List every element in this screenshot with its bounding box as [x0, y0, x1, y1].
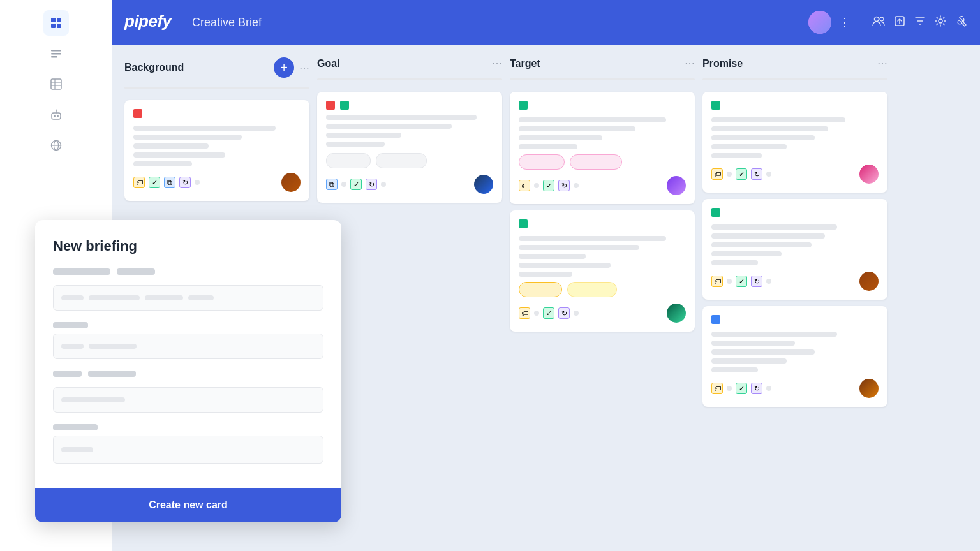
- card-tag: [519, 101, 528, 110]
- sidebar-item-list[interactable]: [43, 41, 69, 66]
- export-icon[interactable]: [893, 15, 906, 31]
- avatar: [667, 176, 686, 195]
- card-footer: 🏷 ✓ ↻: [711, 165, 879, 184]
- text-line: [519, 272, 572, 277]
- column-title-background: Background: [124, 62, 269, 73]
- badge: [326, 153, 371, 168]
- card-icons: ⧉ ✓ ↻: [326, 179, 386, 190]
- label-icon: 🏷: [133, 177, 145, 188]
- page-title: Creative Brief: [192, 16, 262, 29]
- avatar: [859, 165, 879, 184]
- text-line: [711, 233, 825, 239]
- cycle-icon: ↻: [751, 168, 762, 180]
- filter-icon[interactable]: [914, 15, 926, 31]
- cycle-icon: ↻: [558, 180, 570, 191]
- create-card-button[interactable]: Create new card: [35, 488, 341, 522]
- column-header-goal: Goal ⋯: [317, 57, 502, 70]
- text-line: [519, 236, 666, 241]
- svg-rect-6: [51, 56, 57, 58]
- field-label: [53, 424, 98, 430]
- wrench-icon[interactable]: [954, 15, 967, 31]
- text-line: [519, 254, 586, 259]
- field-label: [53, 322, 88, 328]
- table-row: 🏷 ✓ ↻: [510, 210, 695, 332]
- sidebar-item-grid[interactable]: [43, 10, 69, 36]
- card-footer: 🏷 ✓ ↻: [711, 379, 879, 398]
- form-input-2[interactable]: [53, 334, 323, 359]
- form-field-3: [53, 371, 323, 413]
- text-line: [711, 341, 795, 346]
- sidebar-item-globe[interactable]: [43, 133, 69, 158]
- column-menu-target[interactable]: ⋯: [685, 57, 695, 70]
- dot: [534, 183, 539, 188]
- text-line: [711, 135, 815, 140]
- label-icon: 🏷: [711, 276, 723, 287]
- fade-overlay: [317, 212, 502, 250]
- dot: [727, 386, 732, 391]
- column-title-goal: Goal: [317, 58, 487, 70]
- fade-overlay: [510, 341, 695, 366]
- form-field-1: [53, 268, 323, 311]
- briefing-title: New briefing: [53, 238, 323, 254]
- label-row-1: [53, 268, 323, 280]
- dot: [381, 182, 386, 187]
- table-row: 🏷 ✓ ↻: [702, 199, 887, 300]
- svg-point-14: [56, 110, 57, 111]
- column-title-promise: Promise: [702, 58, 872, 70]
- label-row-2: [53, 322, 323, 328]
- more-icon[interactable]: ⋮: [839, 15, 850, 29]
- field-label: [88, 371, 136, 377]
- card-icons: 🏷 ✓ ↻: [711, 168, 771, 180]
- text-line: [711, 153, 762, 158]
- svg-rect-7: [51, 79, 61, 89]
- column-underline-goal: [317, 78, 502, 80]
- users-icon[interactable]: [872, 14, 886, 31]
- text-line: [711, 117, 845, 122]
- text-line: [711, 358, 787, 364]
- form-input-3[interactable]: [53, 387, 323, 413]
- form-input-1[interactable]: [53, 285, 323, 311]
- card-icons: 🏷 ✓ ↻: [519, 307, 579, 319]
- add-card-button-background[interactable]: +: [274, 57, 294, 78]
- form-input-4[interactable]: [53, 436, 323, 464]
- card-icons: 🏷 ✓ ↻: [519, 180, 579, 191]
- check-icon: ✓: [736, 276, 747, 287]
- card-icons: 🏷 ✓ ↻: [711, 276, 771, 287]
- column-promise: Promise ⋯ 🏷 ✓ ↻: [702, 57, 887, 538]
- column-underline-promise: [702, 78, 887, 80]
- text-line: [133, 135, 242, 140]
- column-menu-goal[interactable]: ⋯: [492, 57, 502, 70]
- dot-icon: [195, 180, 200, 185]
- briefing-form: New briefing: [35, 220, 341, 488]
- app-header: pipefy Creative Brief ⋮: [112, 0, 980, 45]
- settings-icon[interactable]: [934, 15, 947, 31]
- check-icon: ✓: [149, 177, 160, 188]
- column-title-target: Target: [510, 58, 679, 70]
- svg-point-20: [880, 17, 884, 21]
- text-line: [519, 135, 602, 140]
- column-header-promise: Promise ⋯: [702, 57, 887, 70]
- text-line: [326, 124, 452, 129]
- column-menu-background[interactable]: ⋯: [299, 62, 309, 74]
- table-row: 🏷 ✓ ↻: [702, 306, 887, 407]
- check-icon: ✓: [543, 307, 554, 319]
- sidebar-item-table[interactable]: [43, 71, 69, 97]
- avatar[interactable]: [808, 11, 831, 34]
- table-row: 🏷 ✓ ⧉ ↻: [124, 100, 309, 201]
- label-icon: 🏷: [711, 168, 723, 180]
- sidebar-item-bot[interactable]: [43, 102, 69, 128]
- text-line: [711, 260, 758, 265]
- label-icon: 🏷: [711, 383, 723, 394]
- card-footer: 🏷 ✓ ⧉ ↻: [133, 173, 301, 192]
- table-row: ⧉ ✓ ↻: [317, 92, 502, 203]
- field-label: [117, 268, 155, 275]
- text-line: [711, 367, 758, 372]
- text-line: [326, 142, 385, 147]
- text-line: [519, 245, 639, 250]
- input-placeholder: [145, 295, 183, 300]
- card-tag: [711, 315, 720, 324]
- check-icon: ✓: [736, 168, 747, 180]
- header-actions: ⋮: [808, 11, 967, 34]
- column-menu-promise[interactable]: ⋯: [877, 57, 887, 70]
- cycle-icon: ↻: [366, 179, 377, 190]
